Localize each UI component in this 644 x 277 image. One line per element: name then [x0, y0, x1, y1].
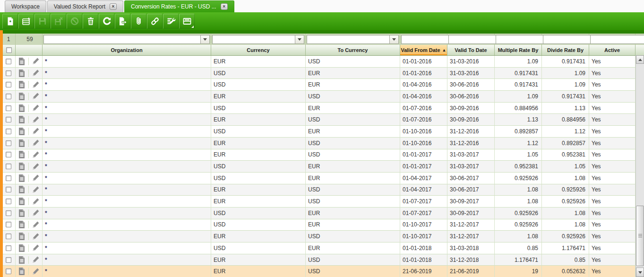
table-row[interactable]: * USD EUR 01-01-2017 31-03-2017 0.952381…: [0, 161, 644, 173]
column-header-currency[interactable]: Currency: [211, 45, 306, 55]
scroll-up-button[interactable]: [636, 55, 644, 64]
table-row[interactable]: * EUR USD 01-10-2017 31-12-2017 1.08 0.9…: [0, 231, 644, 242]
table-row[interactable]: * USD EUR 01-01-2016 31-03-2016 0.917431…: [0, 68, 644, 79]
open-record-icon[interactable]: [18, 256, 26, 264]
row-checkbox[interactable]: [6, 210, 11, 216]
table-row[interactable]: * USD EUR 01-04-2017 30-06-2017 0.925926…: [0, 173, 644, 184]
table-row[interactable]: * EUR USD 01-04-2016 30-06-2016 1.09 0.9…: [0, 91, 644, 103]
row-checkbox[interactable]: [6, 140, 11, 146]
column-header-active[interactable]: Active: [589, 45, 635, 55]
edit-pencil-icon[interactable]: [32, 174, 40, 182]
table-row[interactable]: * USD EUR 01-01-2018 31-03-2018 0.85 1.1…: [0, 242, 644, 254]
select-all-checkbox[interactable]: [6, 47, 12, 53]
edit-pencil-icon[interactable]: [32, 163, 40, 171]
table-row[interactable]: * EUR USD 01-10-2016 31-12-2016 1.12 0.8…: [0, 138, 644, 149]
edit-pencil-icon[interactable]: [32, 151, 40, 159]
dropdown-button[interactable]: [389, 35, 398, 43]
edit-pencil-icon[interactable]: [32, 127, 40, 135]
edit-pencil-icon[interactable]: [32, 139, 40, 147]
open-record-icon[interactable]: [18, 185, 26, 194]
export-button[interactable]: [115, 14, 130, 29]
table-row[interactable]: * EUR USD 01-07-2017 30-09-2017 1.08 0.9…: [0, 196, 644, 208]
row-checkbox[interactable]: [6, 268, 11, 274]
form-view-button[interactable]: [179, 14, 195, 29]
scroll-down-button[interactable]: [636, 268, 644, 277]
row-checkbox[interactable]: [6, 199, 11, 204]
open-record-icon[interactable]: [18, 162, 26, 171]
scrollbar-thumb[interactable]: [636, 206, 644, 266]
open-record-icon[interactable]: [18, 115, 26, 124]
edit-pencil-icon[interactable]: [32, 256, 40, 264]
open-record-icon[interactable]: [18, 104, 26, 113]
new-document-button[interactable]: *: [2, 14, 18, 29]
open-record-icon[interactable]: [18, 244, 26, 252]
edit-pencil-icon[interactable]: [32, 81, 40, 89]
currency-filter-input[interactable]: [213, 35, 295, 43]
open-record-icon[interactable]: [18, 150, 26, 159]
column-header-divide-rate-by[interactable]: Divide Rate By: [542, 45, 589, 55]
row-checkbox[interactable]: [6, 82, 11, 87]
edit-pencil-icon[interactable]: [32, 198, 40, 206]
table-row[interactable]: * EUR USD 01-01-2017 31-03-2017 1.05 0.9…: [0, 149, 644, 161]
column-header-valid-from-date[interactable]: Valid From Date ▲: [400, 45, 447, 55]
row-checkbox[interactable]: [6, 152, 11, 157]
column-header-multiple-rate-by[interactable]: Multiple Rate By: [495, 45, 542, 55]
grid-settings-button[interactable]: [163, 14, 179, 29]
edit-pencil-icon[interactable]: [32, 268, 40, 276]
edit-pencil-icon[interactable]: [32, 69, 40, 77]
table-row[interactable]: * USD EUR 01-10-2016 31-12-2016 0.892857…: [0, 126, 644, 138]
table-row[interactable]: * USD EUR 01-07-2016 30-09-2016 0.884956…: [0, 103, 644, 114]
row-checkbox[interactable]: [6, 234, 11, 239]
refresh-button[interactable]: [99, 14, 114, 29]
edit-pencil-icon[interactable]: [32, 233, 40, 241]
open-record-icon[interactable]: [18, 69, 26, 78]
delete-button[interactable]: [83, 14, 98, 29]
dropdown-button[interactable]: [295, 35, 304, 43]
tab-conversion-rates[interactable]: Conversion Rates - EUR - USD ... ×: [124, 0, 234, 12]
row-checkbox[interactable]: [6, 164, 11, 169]
edit-pencil-icon[interactable]: [32, 92, 40, 100]
open-record-icon[interactable]: [18, 197, 26, 206]
organization-filter-input[interactable]: [44, 35, 200, 43]
open-record-icon[interactable]: [18, 232, 26, 241]
table-row[interactable]: * EUR USD 01-04-2017 30-06-2017 1.08 0.9…: [0, 184, 644, 196]
edit-pencil-icon[interactable]: [32, 116, 40, 124]
open-record-icon[interactable]: [18, 127, 26, 136]
close-icon[interactable]: ×: [110, 3, 117, 10]
row-checkbox[interactable]: [6, 257, 11, 263]
edit-pencil-icon[interactable]: [32, 104, 40, 112]
open-record-icon[interactable]: [18, 220, 26, 229]
tab-valued-stock-report[interactable]: Valued Stock Report ×: [47, 0, 123, 12]
column-header-valid-to-date[interactable]: Valid To Date: [447, 45, 495, 55]
row-checkbox[interactable]: [6, 59, 11, 64]
open-record-icon[interactable]: [18, 57, 26, 66]
row-checkbox[interactable]: [6, 105, 11, 111]
tab-workspace[interactable]: Workspace: [5, 0, 46, 12]
table-row[interactable]: * EUR USD 21-06-2019 21-06-2019 19 0.052…: [0, 266, 644, 277]
column-header-organization[interactable]: Organization: [43, 45, 211, 55]
row-checkbox[interactable]: [6, 245, 11, 251]
table-row[interactable]: * EUR USD 01-01-2016 31-03-2016 1.09 0.9…: [0, 56, 644, 68]
close-icon[interactable]: ×: [221, 3, 228, 10]
attachment-button[interactable]: [131, 14, 146, 29]
column-header-to-currency[interactable]: To Currency: [306, 45, 400, 55]
to-currency-filter-input[interactable]: [307, 35, 389, 43]
row-checkbox[interactable]: [6, 94, 11, 99]
row-checkbox[interactable]: [6, 117, 11, 122]
new-row-button[interactable]: [18, 14, 34, 29]
open-record-icon[interactable]: [18, 209, 26, 217]
edit-pencil-icon[interactable]: [32, 221, 40, 229]
open-record-icon[interactable]: [18, 267, 26, 276]
dropdown-button[interactable]: [200, 35, 209, 43]
open-record-icon[interactable]: [18, 174, 26, 182]
table-row[interactable]: * USD EUR 01-07-2017 30-09-2017 0.925926…: [0, 208, 644, 219]
link-button[interactable]: [147, 14, 163, 29]
row-checkbox[interactable]: [6, 129, 11, 134]
table-row[interactable]: * USD EUR 01-10-2017 31-12-2017 0.925926…: [0, 219, 644, 231]
edit-pencil-icon[interactable]: [32, 57, 40, 65]
open-record-icon[interactable]: [18, 139, 26, 147]
table-row[interactable]: * USD EUR 01-04-2016 30-06-2016 0.917431…: [0, 79, 644, 91]
table-row[interactable]: * EUR USD 01-01-2018 31-12-2018 1.176471…: [0, 254, 644, 266]
row-checkbox[interactable]: [6, 70, 11, 76]
row-checkbox[interactable]: [6, 175, 11, 181]
